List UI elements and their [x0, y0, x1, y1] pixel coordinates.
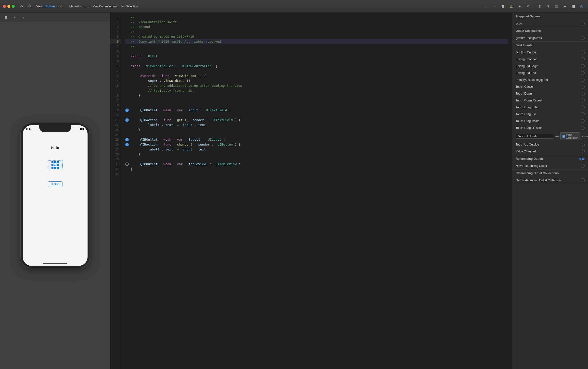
close-window-button[interactable]: [3, 5, 6, 8]
line-num-21: 20: [110, 113, 121, 118]
line-num-10: 10: [110, 59, 121, 64]
touch-drag-inside-row: Touch Drag Inside: [512, 118, 588, 124]
touch-cancel-row: Touch Cancel: [512, 83, 588, 90]
touch-drag-enter-circle[interactable]: [581, 105, 585, 109]
editing-did-begin-circle[interactable]: [581, 64, 585, 68]
code-line-1: //: [125, 15, 508, 20]
editing-changed-label: Editing Changed: [516, 58, 581, 61]
editor-breadcrumb-selection[interactable]: No Selection: [121, 5, 138, 8]
breadcrumb-selected-item[interactable]: Button: [45, 5, 55, 8]
canvas-grid-toggle[interactable]: ⊞: [2, 14, 9, 21]
breadcrumb-item[interactable]: Ve...: [20, 5, 26, 8]
share-button[interactable]: ⬆: [537, 3, 543, 10]
breadcrumb-item[interactable]: O...: [28, 5, 33, 8]
code-line-11: class ViewController: UIViewController {: [125, 64, 508, 69]
code-line-14: super.viewDidLoad(): [125, 78, 508, 83]
referencing-outlets-hide-button[interactable]: Hide: [579, 157, 585, 160]
new-referencing-outlet-circle[interactable]: [581, 164, 585, 168]
editing-changed-circle[interactable]: [581, 57, 585, 61]
iboutlet-label1-dot[interactable]: [125, 138, 129, 141]
close-editor-button[interactable]: ✕: [524, 3, 531, 10]
breadcrumb-separator: ›: [58, 5, 59, 8]
touch-up-outside-circle[interactable]: [581, 143, 585, 147]
referencing-outlet-collections-header: Referencing Outlet Collections: [512, 170, 588, 177]
code-line-10: [125, 59, 508, 64]
code-line-17: [125, 98, 508, 103]
new-referencing-outlet-collection-row: New Referencing Outlet Collection: [512, 177, 588, 184]
debug-button[interactable]: ▤: [570, 3, 577, 10]
handle-center: Butto: [54, 164, 56, 166]
editor-breadcrumb-filename[interactable]: ViewController.swift: [93, 5, 118, 8]
touch-drag-outside-row: Touch Drag Outside: [512, 124, 588, 131]
touch-up-change-label-container: change:: [582, 135, 588, 138]
gesture-recognizers-circle[interactable]: [581, 36, 585, 40]
iphone-home-indicator: [43, 263, 67, 264]
touch-drag-exit-circle[interactable]: [581, 112, 585, 116]
minimize-window-button[interactable]: [7, 5, 10, 8]
breadcrumb-item[interactable]: View: [36, 5, 42, 8]
ui-button[interactable]: Button: [48, 181, 63, 187]
touch-up-inside-input[interactable]: [516, 134, 554, 139]
new-referencing-outlet-collection-circle[interactable]: [581, 178, 585, 182]
touch-down-circle[interactable]: [581, 92, 585, 96]
editing-did-begin-row: Editing Did Begin: [512, 63, 588, 70]
code-line-25: @IBOutlet weak var label1: UILabel!: [125, 137, 508, 142]
triggered-segues-action-circle[interactable]: [581, 22, 585, 25]
touch-drag-inside-circle[interactable]: [581, 119, 585, 123]
code-editor[interactable]: // // ViewController.swift // second // …: [121, 13, 512, 369]
editor-content: 1 2 3 4 5 6 7 8 9 10 11 12 13 14 15 16 1…: [110, 13, 512, 369]
editor-breadcrumb-item[interactable]: ...: [87, 5, 90, 8]
code-line-18: [125, 103, 508, 108]
code-line-15b: // typically from a nib.: [125, 88, 508, 93]
editing-did-end-circle[interactable]: [581, 71, 585, 75]
line-num-28: 27: [110, 147, 121, 152]
warning-button[interactable]: ⚠: [508, 3, 515, 10]
breadcrumb-sep: ›: [80, 5, 81, 8]
add-button[interactable]: +: [516, 3, 523, 10]
line-num-9: 9: [110, 54, 121, 59]
ui-button-selected[interactable]: Butto: [48, 160, 63, 169]
did-end-on-exit-circle[interactable]: [581, 50, 585, 54]
button-grid-overlay: Butto: [51, 160, 60, 170]
iphone-mockup: 9:41 ▮▮▮ Hello: [21, 123, 89, 268]
touch-drag-outside-circle[interactable]: [581, 126, 585, 130]
iboutlet-input-dot[interactable]: [125, 109, 129, 112]
code-line-29: [125, 157, 508, 162]
ibaction-get-dot[interactable]: [125, 118, 129, 122]
touch-drag-enter-row: Touch Drag Enter: [512, 104, 588, 111]
touch-down-repeat-circle[interactable]: [581, 98, 585, 102]
ibaction-change-dot[interactable]: [125, 143, 129, 146]
touch-cancel-circle[interactable]: [581, 85, 585, 89]
sent-events-section: Sent Events Did End On Exit Editing Chan…: [512, 42, 588, 155]
line-num-23: 22: [110, 123, 121, 127]
canvas-forward[interactable]: ›: [20, 14, 27, 21]
value-changed-circle[interactable]: [581, 149, 585, 153]
iboutlet-tableview-dot[interactable]: [125, 162, 129, 166]
back-button[interactable]: ‹: [483, 3, 490, 10]
did-end-on-exit-row: Did End On Exit: [512, 49, 588, 56]
referencing-outlet-collections-section: Referencing Outlet Collections New Refer…: [512, 170, 588, 184]
forward-button[interactable]: ›: [491, 3, 498, 10]
editor-breadcrumb-item[interactable]: ...: [82, 5, 84, 8]
canvas-back[interactable]: ‹: [11, 14, 18, 21]
help-button[interactable]: ?: [545, 3, 552, 10]
inspector-button[interactable]: ≡: [562, 3, 568, 10]
code-line-5: // Created by macOS on 2019/7/15.: [125, 34, 508, 39]
split-editor-button[interactable]: ⊞: [499, 3, 506, 10]
connections-button[interactable]: ◎: [578, 3, 585, 10]
line-num-3: 3: [110, 25, 121, 29]
maximize-window-button[interactable]: [12, 5, 15, 8]
touch-up-inside-row: — V View Controller change:: [512, 131, 588, 141]
editor-breadcrumb-manual[interactable]: Manual: [69, 5, 79, 8]
library-button[interactable]: □: [553, 3, 560, 10]
code-line-4: //: [125, 29, 508, 34]
touch-drag-inside-label: Touch Drag Inside: [516, 119, 581, 123]
breadcrumb-separator: ›: [43, 5, 44, 8]
line-num-19: 18: [110, 103, 121, 108]
iphone-time: 9:41: [26, 127, 32, 130]
line-num-26: 25: [110, 137, 121, 142]
line-num-25: 24: [110, 132, 121, 137]
primary-action-triggered-circle[interactable]: [581, 78, 585, 82]
breadcrumb-separator: ›: [26, 5, 27, 8]
code-line-15a: // Do any additional setup after loading…: [125, 83, 508, 88]
